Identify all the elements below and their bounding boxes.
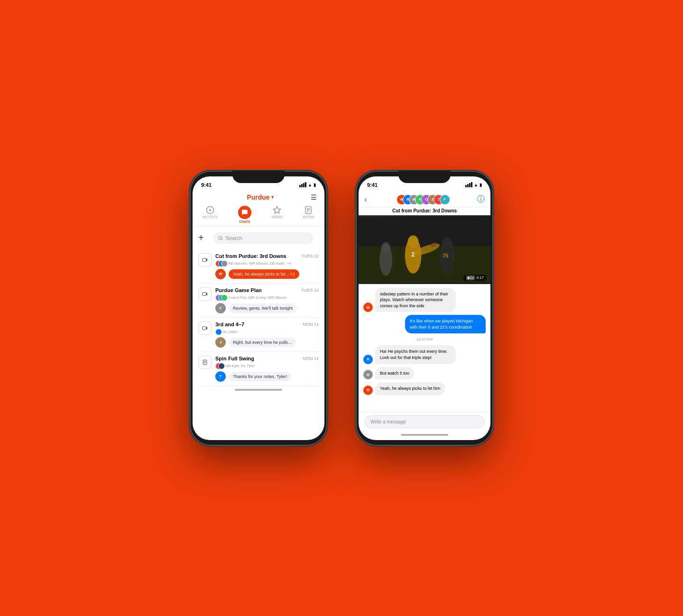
chat-title-3: 3rd and 4–7 xyxy=(215,322,244,327)
svg-rect-11 xyxy=(203,292,206,295)
svg-line-8 xyxy=(222,239,222,239)
speed-label: ▶1x xyxy=(466,276,475,280)
chat-members-3: DL Jalen xyxy=(222,330,237,334)
phones-container: 9:41 ▲ ▮ Purdue ▾ xyxy=(190,171,493,446)
chat-avatar-4: T xyxy=(215,371,226,382)
video-frame: 2 75 xyxy=(359,215,490,284)
svg-marker-1 xyxy=(210,209,212,211)
signal-icon-right xyxy=(465,182,472,187)
chat-title-1: Cut from Purdue: 3rd Downs xyxy=(215,253,286,259)
svg-point-23 xyxy=(408,235,419,248)
msg-avatar-1: W xyxy=(363,303,373,312)
status-icons-left: ▲ ▮ xyxy=(299,182,316,187)
nav-item-chats[interactable]: CHATS xyxy=(238,206,251,223)
chat-msg-4: Thanks for your notes, Tyler! xyxy=(229,372,291,381)
msg-bubble-5: But watch 5 too xyxy=(375,367,414,380)
msg-row-4: R Ha! He psychs them out every time. Loo… xyxy=(363,345,486,364)
chat-date-1: TUES 12 xyxy=(301,254,319,258)
signal-icon-left xyxy=(299,182,306,187)
svg-point-31 xyxy=(381,242,390,253)
msg-row-1: W sidestep pattern in a number of their … xyxy=(363,288,486,313)
msg-bubble-4: Ha! He psychs them out every time. Look … xyxy=(375,345,456,364)
video-icon-1 xyxy=(198,253,212,267)
video-speed-badge: ▶1x 0:17 xyxy=(463,275,487,281)
chat-members-1: RB Warren, WR Macon, DB Keith, +4 xyxy=(228,261,291,266)
h-avatar-8: F xyxy=(440,194,450,205)
svg-rect-21 xyxy=(359,217,490,246)
msg-avatar-6: W xyxy=(363,386,373,395)
search-placeholder: Search xyxy=(226,235,242,241)
nav-item-stars[interactable]: STARS xyxy=(272,206,283,223)
home-indicator-left xyxy=(235,389,282,391)
chat-detail-title: Cut from Purdue: 3rd Downs xyxy=(359,207,490,215)
chat-msg-3: Right, but every time he pulls... xyxy=(229,338,296,347)
nav-item-notes[interactable]: NOTES xyxy=(303,206,314,223)
nav-label-chats: CHATS xyxy=(239,220,250,223)
wifi-icon-right: ▲ xyxy=(474,183,478,187)
messages-area: W sidestep pattern in a number of their … xyxy=(359,284,490,412)
notch-left xyxy=(232,171,285,183)
msg-bubble-6: Yeah, he always picks to let him xyxy=(375,382,445,395)
chat-avatar-1: W xyxy=(215,269,226,279)
message-placeholder: Write a message xyxy=(370,419,406,424)
left-screen: 9:41 ▲ ▮ Purdue ▾ xyxy=(193,176,324,440)
svg-text:75: 75 xyxy=(443,253,448,258)
chat-list: Cut from Purdue: 3rd Downs TUES 12 RB Wa… xyxy=(193,249,324,386)
msg-avatar-4: R xyxy=(363,355,373,364)
chat-date-4: MON 11 xyxy=(303,356,319,361)
svg-point-26 xyxy=(442,237,452,249)
msg-row-6: W Yeah, he always picks to let him xyxy=(363,382,486,395)
chat-avatar-3: J xyxy=(215,337,226,348)
chat-avatar-2: C xyxy=(215,303,226,313)
svg-marker-2 xyxy=(274,206,281,213)
chat-item-4[interactable]: Spin Full Swing MON 11 DB Kyle, DL Tyler xyxy=(198,352,319,386)
video-preview[interactable]: 2 75 ▶1x 0:17 xyxy=(359,215,490,284)
message-input-area: Write a message xyxy=(359,412,490,431)
app-header-left: Purdue ▾ ☰ xyxy=(193,192,324,204)
back-button[interactable]: ‹ xyxy=(364,195,367,204)
search-bar[interactable]: Search xyxy=(213,232,313,244)
nav-bar: MY CUTS CHATS STARS xyxy=(193,204,324,227)
video-duration: 0:17 xyxy=(476,276,484,280)
left-phone: 9:41 ▲ ▮ Purdue ▾ xyxy=(190,171,327,446)
svg-rect-9 xyxy=(203,258,206,261)
nav-label-notes: NOTES xyxy=(303,215,314,219)
timestamp-1: 12:47 PM xyxy=(363,337,486,341)
search-icon xyxy=(218,236,223,240)
chat-item-3[interactable]: 3rd and 4–7 MON 11 DL Jalen J xyxy=(198,318,319,352)
add-chat-button[interactable]: + xyxy=(198,232,204,243)
chat-item-2[interactable]: Purdue Game Plan TUES 12 Coach Fitz, WR … xyxy=(198,284,319,318)
message-input[interactable]: Write a message xyxy=(364,415,485,428)
msg-bubble-2: It's like when we played Michigan with t… xyxy=(405,315,486,333)
app-title-text: Purdue xyxy=(247,193,269,201)
chat-msg-2: Review, gents. We'll talk tonight xyxy=(229,303,297,313)
chat-title-2: Purdue Game Plan xyxy=(215,287,262,293)
svg-rect-13 xyxy=(203,326,206,330)
chat-date-3: MON 11 xyxy=(303,322,319,327)
right-phone: 9:41 ▲ ▮ ‹ W R M xyxy=(356,171,493,446)
chat-item-1[interactable]: Cut from Purdue: 3rd Downs TUES 12 RB Wa… xyxy=(198,249,319,284)
svg-point-7 xyxy=(219,236,222,239)
wifi-icon-left: ▲ xyxy=(308,183,312,187)
chat-detail-header: ‹ W R M K C J T F ⓘ xyxy=(359,192,490,207)
app-title[interactable]: Purdue ▾ xyxy=(247,193,273,201)
battery-icon-right: ▮ xyxy=(480,183,482,187)
menu-icon[interactable]: ☰ xyxy=(311,193,317,201)
chat-members-2: Coach Fitz, WR Corey, WR Macon xyxy=(228,295,286,300)
notes-icon-4 xyxy=(198,356,212,369)
chat-title-4: Spin Full Swing xyxy=(215,356,254,361)
chat-msg-1: Yeah, he always picks to let... +2 xyxy=(229,269,299,279)
nav-item-my-cuts[interactable]: MY CUTS xyxy=(203,206,217,223)
time-left: 9:41 xyxy=(201,182,212,188)
info-button[interactable]: ⓘ xyxy=(477,194,485,204)
right-screen: 9:41 ▲ ▮ ‹ W R M xyxy=(359,176,490,440)
msg-avatar-5: M xyxy=(363,370,373,379)
header-avatars: W R M K C J T F xyxy=(370,194,473,205)
nav-label-stars: STARS xyxy=(272,215,283,219)
chat-date-2: TUES 12 xyxy=(301,288,319,293)
nav-label-my-cuts: MY CUTS xyxy=(203,215,217,219)
msg-bubble-1: sidestep pattern in a number of their pl… xyxy=(375,288,456,313)
chevron-icon: ▾ xyxy=(271,194,274,200)
msg-row-5: M But watch 5 too xyxy=(363,367,486,380)
video-icon-2 xyxy=(198,287,212,301)
